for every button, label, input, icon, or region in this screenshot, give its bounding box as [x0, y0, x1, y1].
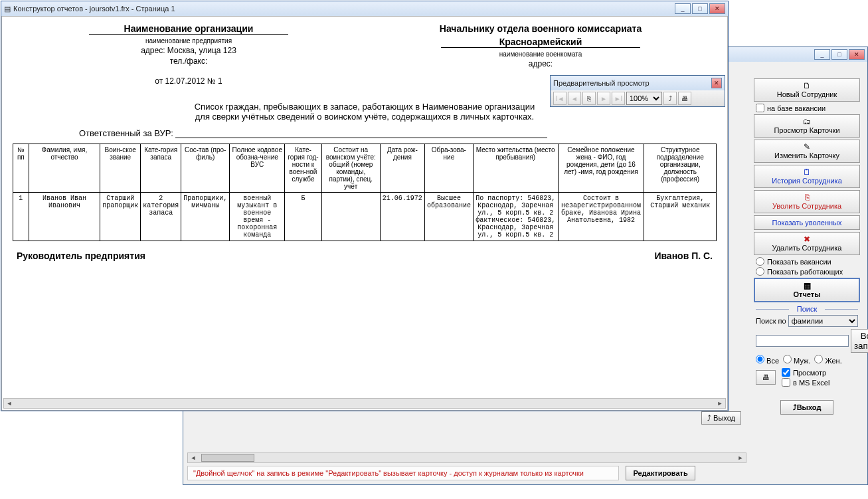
report-designer-window: ▤ Конструктор отчетов - joursotv1.frx - … [1, 1, 729, 411]
main-titlebar: ▤ Конструктор отчетов - joursotv1.frx - … [1, 1, 728, 16]
all-records-button[interactable]: Все записи [851, 329, 868, 353]
search-group-title: Поиск [752, 305, 862, 313]
preview-title: Предварительный просмотр [553, 79, 650, 87]
goto-page-button[interactable]: ⎘ [582, 92, 596, 105]
col-header: Сос-тав (про-филь) [181, 144, 230, 193]
bg-exit-button[interactable]: ⤴ Выход [701, 411, 741, 425]
preview-toolbar-window: Предварительный просмотр ✕ I◄ ◄ ⎘ ► ►I 1… [550, 75, 725, 107]
footer-right: Иванов П. С. [654, 250, 713, 261]
show-fired-button[interactable]: Показать уволенных [754, 215, 860, 230]
document-icon: 🗋 [756, 82, 858, 90]
org-sub: наименование предприятия [13, 37, 365, 45]
preview-close-button[interactable]: ✕ [711, 78, 722, 88]
delete-employee-button[interactable]: ✖Удалить Сотрудника [754, 232, 860, 255]
cell: 21.06.1972 [380, 193, 424, 241]
chief-header: Начальнику отдела военного комиссариата [365, 23, 717, 34]
cell: Состоит в незарегистрированном браке, Ив… [558, 193, 644, 241]
col-header: № пп [13, 144, 29, 193]
card-view-icon: 🗂 [756, 118, 858, 126]
last-page-button[interactable]: ►I [612, 92, 625, 105]
bg-minimize-button[interactable]: _ [814, 49, 830, 60]
preview-checkbox[interactable]: Просмотр [782, 368, 854, 377]
col-header: Воин-ское звание [100, 144, 141, 193]
col-header: Состоит на воинском учёте: общий (номер … [321, 144, 380, 193]
cell: Высшее образование [424, 193, 473, 241]
cell: Иванов Иван Иванович [29, 193, 100, 241]
excel-checkbox[interactable]: в MS Excel [782, 378, 854, 387]
report-page: Наименование организации наименование пр… [2, 17, 727, 266]
cell: 2 категория запаса [141, 193, 181, 241]
edit-card-button[interactable]: ✎Изменить Карточку [754, 140, 860, 163]
gender-male-radio[interactable]: Муж. [783, 355, 810, 365]
employee-history-button[interactable]: 🗒История Сотрудника [754, 165, 860, 188]
main-title: Конструктор отчетов - joursotv1.frx - Ст… [13, 5, 175, 13]
main-maximize-button[interactable]: □ [692, 3, 708, 14]
footer-left: Руководитель предприятия [17, 250, 145, 261]
cell: Б [285, 193, 321, 241]
org-header: Наименование организации [89, 23, 288, 35]
main-h-scrollbar[interactable]: ◄► [3, 398, 726, 409]
printer-icon: 🖶 [762, 373, 770, 381]
cell: По паспорту: 546823, Краснодар, Заречная… [473, 193, 558, 241]
report-description-2: для сверки учётных сведений о воинском у… [13, 112, 717, 122]
card-edit-icon: ✎ [756, 143, 858, 151]
side-exit-button[interactable]: ⤴Выход [780, 400, 833, 415]
cell: Бухгалтерия, Старший механик [644, 193, 717, 241]
cell: военный музыкант в военное время - похор… [230, 193, 285, 241]
gender-female-radio[interactable]: Жен. [814, 355, 841, 365]
col-header: Фамилия, имя, отчество [29, 144, 100, 193]
view-card-button[interactable]: 🗂Просмотр Карточки [754, 114, 860, 138]
col-header: Место жительства (место пребывания) [473, 144, 558, 193]
preview-titlebar[interactable]: Предварительный просмотр ✕ [551, 76, 725, 90]
new-employee-button[interactable]: 🗋Новый Сотрудник [754, 78, 860, 102]
col-header: Обра-зова-ние [424, 144, 473, 193]
col-header: Семейное положение жена - ФИО, год рожде… [558, 144, 644, 193]
cell [321, 193, 380, 241]
search-by-label: Поиск по [756, 317, 786, 325]
exit-icon: ⤴ [707, 414, 711, 422]
gender-all-radio[interactable]: Все [756, 355, 779, 365]
bg-maximize-button[interactable]: □ [831, 49, 847, 60]
fire-icon: ⎘ [756, 193, 858, 201]
fire-employee-button[interactable]: ⎘Уволить Сотрудника [754, 190, 860, 213]
side-panel: 🗋Новый Сотрудник на базе вакансии 🗂Просм… [752, 76, 862, 415]
main-close-button[interactable]: ✕ [709, 3, 725, 14]
next-page-button[interactable]: ► [597, 92, 610, 105]
date-no: от 12.07.2012 № 1 [13, 76, 365, 86]
based-on-vacancy-checkbox[interactable]: на базе вакансии [756, 104, 858, 112]
close-preview-button[interactable]: ⤴ [663, 92, 677, 105]
comm-addr: адрес: [365, 59, 717, 68]
col-header: Структурное подразделение организации, д… [644, 144, 717, 193]
zoom-select[interactable]: 100% [626, 92, 662, 105]
cell: Старший прапорщик [100, 193, 141, 241]
print-button[interactable]: 🖶 [756, 370, 776, 385]
cell: Прапорщики, мичманы [181, 193, 230, 241]
reports-button[interactable]: ▦Отчеты [754, 278, 860, 302]
show-working-radio[interactable]: Показать работающих [756, 267, 858, 276]
col-header: Кате-гория год-ности к воен-ной службе [285, 144, 321, 193]
col-header: Полное кодовое обозна-чение ВУС [230, 144, 285, 193]
bg-close-button[interactable]: ✕ [849, 49, 865, 60]
bg-h-scrollbar[interactable]: ◄► [187, 452, 746, 463]
responsible-label: Ответственный за ВУР: [79, 128, 173, 138]
main-minimize-button[interactable]: _ [675, 3, 691, 14]
app-icon: ▤ [4, 5, 11, 13]
search-input[interactable] [756, 335, 849, 347]
edit-button[interactable]: Редактировать [626, 466, 695, 480]
show-vacancies-radio[interactable]: Показать вакансии [756, 257, 858, 266]
cell: 1 [13, 193, 29, 241]
bg-bottom-bar: ◄► "Двойной щелчок" на запись в режиме "… [187, 450, 746, 480]
hint-text: "Двойной щелчок" на запись в режиме "Ред… [187, 466, 619, 480]
commissariat-sub: наименование военкомата [365, 50, 717, 58]
col-header: Кате-гория запаса [141, 144, 181, 193]
reports-icon: ▦ [756, 282, 857, 290]
search-by-select[interactable]: фамилии [788, 315, 858, 327]
col-header: Дата рож-дения [380, 144, 424, 193]
report-table: № ппФамилия, имя, отчествоВоин-ское зван… [13, 144, 717, 241]
prev-page-button[interactable]: ◄ [568, 92, 581, 105]
print-preview-button[interactable]: 🖶 [678, 92, 691, 105]
commissariat: Красноармейский [441, 37, 640, 48]
history-icon: 🗒 [756, 168, 858, 176]
first-page-button[interactable]: I◄ [553, 92, 566, 105]
delete-icon: ✖ [756, 235, 858, 243]
